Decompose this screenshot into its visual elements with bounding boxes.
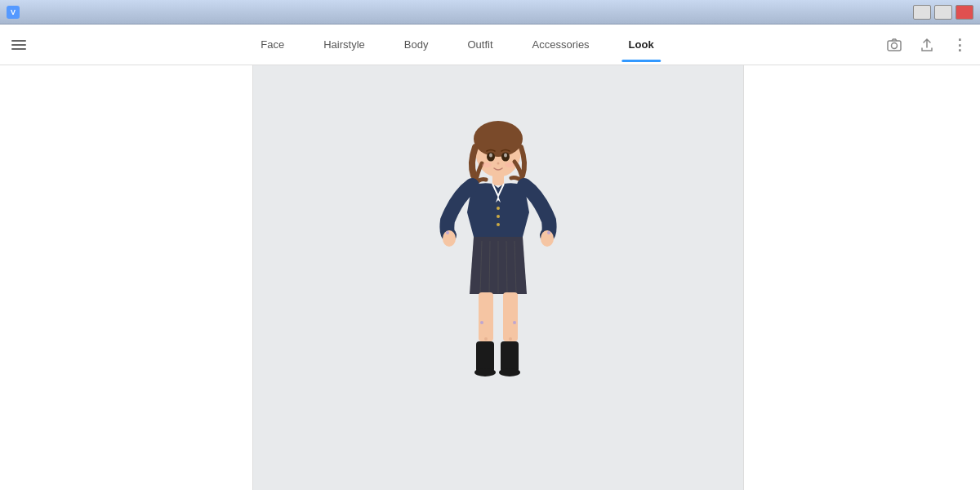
app: FaceHairstyleBodyOutfitAccessoriesLook ⋮ <box>0 24 980 490</box>
svg-point-27 <box>497 207 500 210</box>
svg-rect-12 <box>479 292 493 341</box>
svg-point-29 <box>497 223 500 226</box>
titlebar-left: V <box>7 6 24 19</box>
tab-face[interactable]: Face <box>241 27 304 62</box>
tab-outfit[interactable]: Outfit <box>448 27 512 62</box>
close-button[interactable] <box>956 5 973 20</box>
svg-point-25 <box>482 163 492 167</box>
svg-point-3 <box>474 121 523 157</box>
character-figure <box>416 106 580 449</box>
svg-rect-4 <box>492 173 504 185</box>
titlebar: V <box>0 0 980 24</box>
app-icon: V <box>7 6 20 19</box>
svg-point-23 <box>504 154 507 158</box>
svg-point-26 <box>505 163 514 167</box>
svg-point-22 <box>489 154 492 158</box>
nav-actions: ⋮ <box>882 33 972 57</box>
content <box>0 65 980 490</box>
viewport <box>253 65 743 490</box>
maximize-button[interactable] <box>934 5 952 20</box>
tab-hairstyle[interactable]: Hairstyle <box>304 27 385 62</box>
svg-point-31 <box>513 321 516 324</box>
camera-button[interactable] <box>882 33 906 57</box>
svg-point-28 <box>497 215 500 218</box>
titlebar-controls <box>913 5 973 20</box>
sidebar <box>0 65 253 490</box>
svg-point-24 <box>497 163 500 165</box>
camera-icon <box>886 37 902 53</box>
svg-point-32 <box>446 231 449 234</box>
export-button[interactable] <box>915 33 939 57</box>
tab-accessories[interactable]: Accessories <box>513 27 609 62</box>
svg-point-19 <box>499 368 520 376</box>
nav-tabs: FaceHairstyleBodyOutfitAccessoriesLook <box>33 27 882 62</box>
export-icon <box>919 37 935 53</box>
top-navigation: FaceHairstyleBodyOutfitAccessoriesLook ⋮ <box>0 24 980 65</box>
svg-point-30 <box>480 321 483 324</box>
svg-point-1 <box>892 42 898 48</box>
svg-rect-13 <box>503 292 518 341</box>
hamburger-menu[interactable] <box>8 33 33 56</box>
tab-body[interactable]: Body <box>385 27 448 62</box>
svg-rect-18 <box>501 341 519 372</box>
minimize-button[interactable] <box>913 5 931 20</box>
right-panel <box>743 65 980 490</box>
svg-point-33 <box>547 231 550 234</box>
svg-point-17 <box>474 368 496 376</box>
more-button[interactable]: ⋮ <box>947 33 972 57</box>
svg-point-14 <box>484 337 488 341</box>
svg-rect-16 <box>476 341 494 372</box>
svg-point-15 <box>509 337 512 341</box>
tab-look[interactable]: Look <box>609 27 674 62</box>
